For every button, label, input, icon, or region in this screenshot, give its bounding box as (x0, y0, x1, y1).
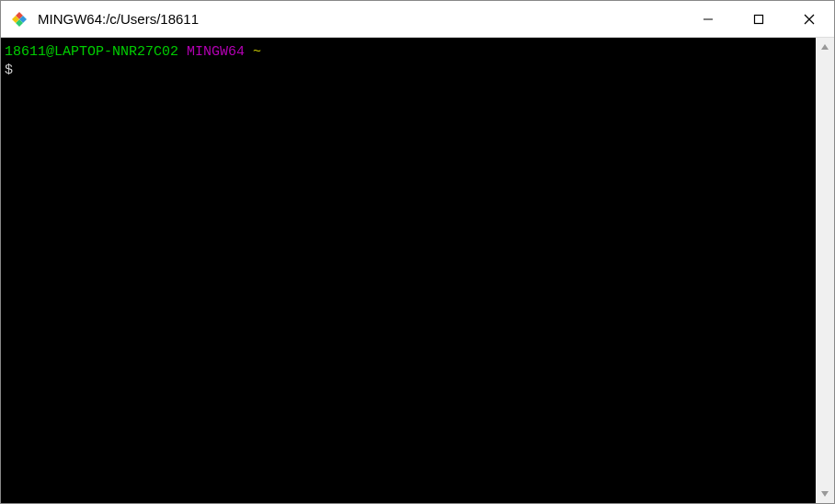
prompt-symbol: $ (5, 63, 13, 78)
scroll-up-icon[interactable] (816, 38, 834, 56)
prompt-path: ~ (253, 44, 261, 60)
window-controls (682, 1, 834, 37)
window-title: MINGW64:/c/Users/18611 (38, 11, 682, 27)
svg-marker-8 (821, 44, 829, 50)
vertical-scrollbar[interactable] (816, 38, 834, 503)
terminal-body[interactable]: 18611@LAPTOP-NNR27C02 MINGW64 ~ $ (1, 38, 816, 503)
titlebar: MINGW64:/c/Users/18611 (1, 1, 834, 38)
app-icon (10, 10, 29, 29)
svg-marker-9 (821, 491, 829, 497)
svg-rect-5 (754, 15, 762, 23)
maximize-button[interactable] (733, 1, 784, 37)
terminal-window: MINGW64:/c/Users/18611 18611@LAPTOP-NNR2… (0, 0, 835, 504)
prompt-user-host: 18611@LAPTOP-NNR27C02 (5, 44, 178, 60)
minimize-button[interactable] (682, 1, 733, 37)
close-button[interactable] (784, 1, 834, 37)
prompt-env: MINGW64 (187, 44, 245, 60)
terminal-area: 18611@LAPTOP-NNR27C02 MINGW64 ~ $ (1, 38, 834, 503)
scroll-down-icon[interactable] (816, 485, 834, 503)
